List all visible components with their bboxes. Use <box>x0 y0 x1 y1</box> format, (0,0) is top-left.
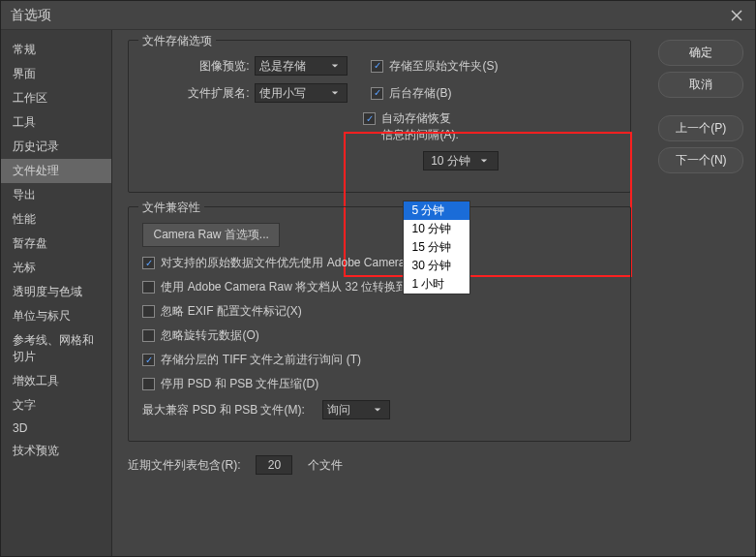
preview-select[interactable]: 总是存储 <box>255 56 348 76</box>
disable-compress-label: 停用 PSD 和 PSB 文件压缩(D) <box>161 376 318 392</box>
bg-save-label: 后台存储(B) <box>389 85 451 102</box>
convert-bits-checkbox[interactable] <box>142 281 155 294</box>
sidebar-item-14[interactable]: 文字 <box>1 393 111 418</box>
chevron-down-icon <box>476 154 492 168</box>
chevron-down-icon <box>370 403 385 417</box>
interval-dropdown[interactable]: 5 分钟10 分钟15 分钟30 分钟1 小时 <box>403 201 470 294</box>
prefer-acr-checkbox[interactable] <box>142 257 155 269</box>
sidebar-item-6[interactable]: 导出 <box>1 183 111 207</box>
save-original-label: 存储至原始文件夹(S) <box>389 58 498 75</box>
interval-option[interactable]: 30 分钟 <box>404 257 469 275</box>
window-title: 首选项 <box>11 7 51 24</box>
ok-button[interactable]: 确定 <box>658 40 743 66</box>
sidebar-item-16[interactable]: 技术预览 <box>1 439 111 463</box>
autorecover-checkbox[interactable] <box>363 112 376 125</box>
chevron-down-icon <box>327 86 343 100</box>
sidebar-item-8[interactable]: 暂存盘 <box>1 232 111 256</box>
ignore-exif-checkbox[interactable] <box>142 305 155 318</box>
ignore-rotation-label: 忽略旋转元数据(O) <box>161 327 258 344</box>
prev-button[interactable]: 上一个(P) <box>658 115 743 141</box>
interval-option[interactable]: 5 分钟 <box>404 201 469 220</box>
chevron-down-icon <box>327 59 343 73</box>
sidebar-item-3[interactable]: 工具 <box>1 110 111 135</box>
preview-label: 图像预览: <box>142 58 249 75</box>
cancel-button[interactable]: 取消 <box>658 72 743 98</box>
autorecover-label: 自动存储恢复 信息的间隔(A): <box>381 110 458 143</box>
recent-suffix: 个文件 <box>308 457 343 474</box>
ignore-rotation-checkbox[interactable] <box>142 329 155 342</box>
interval-option[interactable]: 1 小时 <box>404 275 469 294</box>
camera-raw-button[interactable]: Camera Raw 首选项... <box>142 223 279 247</box>
sidebar-item-4[interactable]: 历史记录 <box>1 135 111 159</box>
compat-legend: 文件兼容性 <box>138 200 204 216</box>
ask-tiff-checkbox[interactable] <box>142 354 155 366</box>
interval-value: 10 分钟 <box>431 153 470 170</box>
ask-tiff-label: 存储分层的 TIFF 文件之前进行询问 (T) <box>161 352 361 368</box>
sidebar-item-12[interactable]: 参考线、网格和切片 <box>1 328 111 369</box>
save-original-checkbox[interactable] <box>371 60 383 73</box>
interval-option[interactable]: 10 分钟 <box>404 220 469 238</box>
ignore-exif-label: 忽略 EXIF 配置文件标记(X) <box>161 303 301 320</box>
sidebar-item-0[interactable]: 常规 <box>1 38 111 62</box>
close-button[interactable] <box>728 7 745 24</box>
sidebar-item-13[interactable]: 增效工具 <box>1 369 111 393</box>
interval-select[interactable]: 10 分钟 <box>423 151 499 170</box>
ext-select[interactable]: 使用小写 <box>255 83 348 103</box>
bg-save-checkbox[interactable] <box>371 87 383 100</box>
preview-value: 总是存储 <box>259 58 306 75</box>
max-compat-select[interactable]: 询问 <box>322 400 390 419</box>
sidebar-item-5[interactable]: 文件处理 <box>1 159 111 183</box>
sidebar-item-9[interactable]: 光标 <box>1 256 111 280</box>
sidebar-item-15[interactable]: 3D <box>1 418 111 439</box>
recent-input[interactable] <box>256 455 292 475</box>
next-button[interactable]: 下一个(N) <box>658 147 743 173</box>
disable-compress-checkbox[interactable] <box>142 378 155 390</box>
sidebar-item-11[interactable]: 单位与标尺 <box>1 304 111 328</box>
sidebar-item-1[interactable]: 界面 <box>1 62 111 86</box>
interval-option[interactable]: 15 分钟 <box>404 238 469 257</box>
storage-legend: 文件存储选项 <box>138 33 216 49</box>
sidebar-item-10[interactable]: 透明度与色域 <box>1 280 111 304</box>
max-compat-label: 最大兼容 PSD 和 PSB 文件(M): <box>142 402 304 418</box>
max-compat-value: 询问 <box>327 402 350 418</box>
recent-label: 近期文件列表包含(R): <box>128 457 240 474</box>
ext-value: 使用小写 <box>259 85 306 102</box>
sidebar-item-2[interactable]: 工作区 <box>1 86 111 110</box>
ext-label: 文件扩展名: <box>142 85 249 102</box>
close-icon <box>731 10 742 21</box>
sidebar-item-7[interactable]: 性能 <box>1 207 111 232</box>
